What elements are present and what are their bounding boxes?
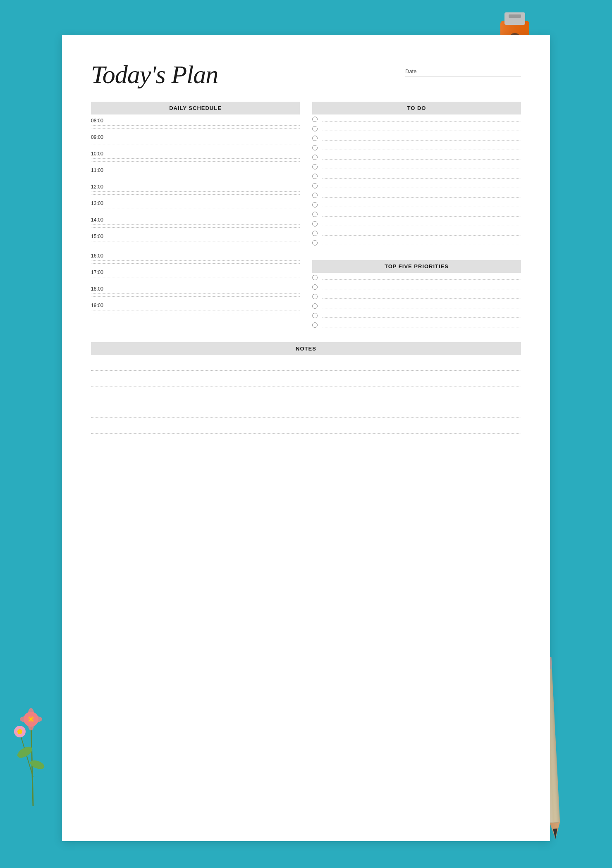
todo-line: [322, 150, 521, 150]
priority-line: [322, 298, 521, 299]
todo-line: [322, 207, 521, 207]
schedule-line: [91, 224, 300, 225]
todo-checkbox-6[interactable]: [312, 164, 318, 169]
todo-item-2[interactable]: [312, 124, 521, 134]
todo-item-9[interactable]: [312, 191, 521, 200]
priority-checkbox-3[interactable]: [312, 294, 318, 299]
todo-checkbox-14[interactable]: [312, 240, 318, 246]
priority-checkbox-6[interactable]: [312, 322, 318, 328]
time-label-11: 11:00: [91, 167, 300, 173]
todo-item-1[interactable]: [312, 114, 521, 124]
schedule-line: [91, 161, 300, 162]
priorities-section: TOP FIVE PRIORITIES: [312, 260, 521, 330]
todo-item-4[interactable]: [312, 143, 521, 153]
priority-checkbox-4[interactable]: [312, 303, 318, 309]
priority-line: [322, 327, 521, 327]
todo-line: [322, 121, 521, 122]
todo-line: [322, 235, 521, 236]
todo-item-5[interactable]: [312, 153, 521, 162]
svg-point-20: [28, 708, 34, 718]
priorities-header: TOP FIVE PRIORITIES: [312, 260, 521, 273]
todo-checkbox-9[interactable]: [312, 193, 318, 198]
todo-item-6[interactable]: [312, 162, 521, 172]
time-slot-10: 10:00: [91, 148, 300, 164]
right-column: TO DO: [312, 102, 521, 330]
schedule-line: [91, 208, 300, 208]
todo-item-8[interactable]: [312, 181, 521, 191]
date-label: Date: [405, 68, 521, 74]
priority-line: [322, 308, 521, 308]
time-label-09: 09:00: [91, 134, 300, 140]
time-label-13: 13:00: [91, 200, 300, 206]
todo-line: [322, 197, 521, 198]
todo-checkbox-8[interactable]: [312, 183, 318, 188]
todo-checkbox-2[interactable]: [312, 126, 318, 131]
todo-checkbox-13[interactable]: [312, 231, 318, 236]
svg-marker-8: [550, 822, 561, 839]
svg-rect-2: [504, 12, 525, 25]
schedule-line: [91, 310, 300, 310]
todo-checkbox-10[interactable]: [312, 202, 318, 207]
todo-line: [322, 226, 521, 226]
notes-lines: [91, 355, 521, 434]
priority-item-2[interactable]: [312, 282, 521, 292]
priority-checkbox-5[interactable]: [312, 313, 318, 318]
time-slot-13: 13:00: [91, 197, 300, 214]
svg-point-21: [28, 720, 34, 730]
priority-checkbox-2[interactable]: [312, 284, 318, 290]
priority-item-4[interactable]: [312, 301, 521, 311]
schedule-header: DAILY SCHEDULE: [91, 102, 300, 114]
time-label-19: 19:00: [91, 302, 300, 308]
todo-line: [322, 178, 521, 179]
time-slot-09: 09:00: [91, 131, 300, 148]
note-line-1: [91, 355, 521, 371]
todo-item-10[interactable]: [312, 200, 521, 210]
todo-checkbox-7[interactable]: [312, 174, 318, 179]
schedule-line: [91, 277, 300, 277]
time-slot-17: 17:00: [91, 266, 300, 283]
date-area: Date: [405, 60, 521, 80]
planner-page: Today's Plan Date DAILY SCHEDULE 08:00 0…: [62, 35, 550, 841]
schedule-column: DAILY SCHEDULE 08:00 09:00 10:00: [91, 102, 300, 330]
priority-line: [322, 289, 521, 289]
priority-checkbox-1[interactable]: [312, 275, 318, 280]
todo-checkbox-1[interactable]: [312, 117, 318, 122]
schedule-line: [91, 128, 300, 129]
todo-checkbox-5[interactable]: [312, 155, 318, 160]
todo-item-3[interactable]: [312, 134, 521, 143]
todo-line: [322, 216, 521, 217]
svg-line-13: [21, 736, 33, 777]
todo-item-7[interactable]: [312, 172, 521, 181]
todo-checkbox-12[interactable]: [312, 221, 318, 227]
time-slot-19: 19:00: [91, 299, 300, 316]
todo-checkbox-4[interactable]: [312, 145, 318, 150]
todo-checkbox-11[interactable]: [312, 212, 318, 217]
note-line-3: [91, 386, 521, 402]
schedule-line: [91, 247, 300, 247]
time-label-15: 15:00: [91, 233, 300, 239]
time-label-17: 17:00: [91, 269, 300, 275]
todo-item-11[interactable]: [312, 210, 521, 219]
time-label-14: 14:00: [91, 216, 300, 223]
todo-item-13[interactable]: [312, 229, 521, 238]
priority-item-5[interactable]: [312, 311, 521, 320]
schedule-line: [91, 125, 300, 126]
priority-line: [322, 317, 521, 318]
todo-item-12[interactable]: [312, 219, 521, 229]
todo-item-14[interactable]: [312, 238, 521, 248]
time-label-10: 10:00: [91, 150, 300, 157]
notes-header: NOTES: [91, 342, 521, 355]
note-line-2: [91, 371, 521, 386]
time-slot-15: 15:00: [91, 230, 300, 250]
priority-item-1[interactable]: [312, 273, 521, 282]
todo-section: TO DO: [312, 102, 521, 248]
time-slot-18: 18:00: [91, 283, 300, 299]
todo-checkbox-3[interactable]: [312, 136, 318, 141]
schedule-line: [91, 280, 300, 280]
date-line: [405, 76, 521, 76]
schedule-line: [91, 145, 300, 145]
priority-item-3[interactable]: [312, 292, 521, 301]
svg-point-14: [16, 744, 34, 760]
priority-item-6[interactable]: [312, 320, 521, 330]
todo-line: [322, 169, 521, 169]
